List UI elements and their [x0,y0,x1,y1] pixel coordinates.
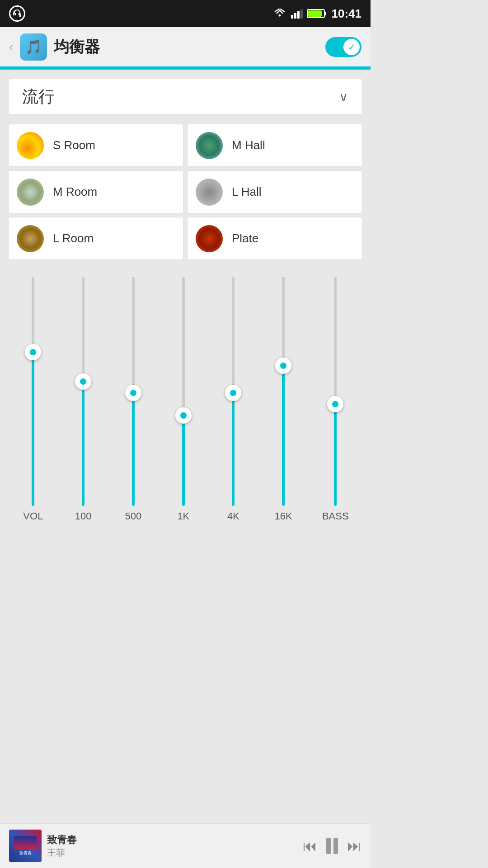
eq-slider-500[interactable]: 500 [122,274,145,522]
eq-thumb-dot-100 [80,378,86,385]
eq-label-vol: VOL [23,510,43,522]
chevron-down-icon: ∨ [339,90,348,104]
eq-label-4k: 4K [227,510,239,522]
eq-label-500: 500 [125,510,142,522]
eq-track-fill-4k [232,393,235,506]
toggle-circle: ✓ [343,39,360,55]
wifi-icon [273,9,286,19]
eq-slider-16k[interactable]: 16K [272,274,295,522]
song-text: 致青春 王菲 [47,833,77,859]
svg-rect-6 [308,10,322,17]
battery-icon [307,9,327,19]
separator-line [0,68,371,70]
page-title: 均衡器 [54,37,100,57]
eq-track-fill-bass [334,404,337,506]
eq-track-container-4k [222,274,244,506]
pause-button[interactable] [326,838,338,854]
eq-label-16k: 16K [275,510,292,522]
eq-slider-bass[interactable]: BASS [322,274,349,522]
svg-rect-5 [324,12,326,15]
svg-rect-1 [294,13,296,19]
eq-slider-vol[interactable]: VOL [22,274,44,522]
header-left: ‹ 🎵 均衡器 [9,33,100,61]
eq-track-container-bass [324,274,347,506]
next-button[interactable]: ⏭ [347,838,361,854]
music-note-icon: 🎵 [25,39,42,55]
room-avatar-m-room [17,179,44,206]
room-grid: S RoomM HallM RoomL HallL RoomPlate [8,124,362,260]
song-info: 致青春 致青春 王菲 [9,830,77,862]
room-item-m-room[interactable]: M Room [8,170,183,213]
player-controls: ⏮ ⏭ [303,838,361,854]
eq-track-container-vol [22,274,44,506]
room-item-l-room[interactable]: L Room [8,217,183,260]
eq-thumb-4k[interactable] [225,385,241,401]
eq-thumb-500[interactable] [125,385,141,401]
room-item-m-hall[interactable]: M Hall [187,124,362,167]
pause-bar-right [333,838,338,854]
eq-label-bass: BASS [322,510,349,522]
room-avatar-l-room [17,225,44,252]
eq-thumb-dot-16k [280,363,286,369]
eq-slider-100[interactable]: 100 [72,274,94,522]
album-art-image: 致青春 [9,830,42,862]
eq-track-container-100 [72,274,94,506]
eq-thumb-dot-bass [332,401,338,407]
song-artist: 王菲 [47,847,77,859]
equalizer-section: VOL1005001K4K16KBASS [8,274,362,554]
pause-bar-left [326,838,331,854]
dropdown-value: 流行 [22,86,55,108]
app-icon: 🎵 [20,33,47,61]
svg-rect-0 [291,15,293,19]
status-bar: 10:41 [0,0,371,27]
eq-thumb-dot-1k [180,412,187,419]
room-label-l-room: L Room [53,231,94,245]
room-label-plate: Plate [232,231,258,245]
room-label-m-room: M Room [53,185,97,199]
preset-dropdown[interactable]: 流行 ∨ [8,79,362,115]
time-display: 10:41 [332,7,362,21]
svg-rect-2 [297,11,300,19]
eq-track-container-500 [122,274,145,506]
room-label-m-hall: M Hall [232,138,265,152]
signal-icon [291,9,303,19]
eq-slider-1k[interactable]: 1K [172,274,195,522]
eq-track-container-16k [272,274,295,506]
eq-track-fill-16k [282,366,285,506]
eq-thumb-100[interactable] [75,373,91,390]
room-avatar-l-hall [196,179,223,206]
room-avatar-plate [196,225,223,252]
prev-button[interactable]: ⏮ [303,838,317,854]
check-icon: ✓ [348,42,356,52]
eq-thumb-16k[interactable] [275,358,291,374]
room-avatar-m-hall [196,132,223,159]
bottom-bar: 致青春 致青春 王菲 ⏮ ⏭ [0,823,371,868]
eq-thumb-bass[interactable] [327,396,343,412]
eq-track-fill-vol [32,352,34,506]
headphone-icon [9,5,25,22]
status-right: 10:41 [273,7,362,21]
room-item-plate[interactable]: Plate [187,217,362,260]
status-left [9,5,25,22]
eq-thumb-vol[interactable] [25,344,41,360]
eq-thumb-dot-4k [230,390,236,396]
eq-track-container-1k [172,274,195,506]
eq-sliders: VOL1005001K4K16KBASS [8,274,362,527]
svg-rect-3 [300,9,303,19]
eq-thumb-1k[interactable] [175,407,192,424]
eq-track-fill-100 [82,382,84,506]
eq-label-100: 100 [75,510,92,522]
room-item-s-room[interactable]: S Room [8,124,183,167]
room-label-l-hall: L Hall [232,185,262,199]
eq-slider-4k[interactable]: 4K [222,274,244,522]
back-button[interactable]: ‹ [9,40,13,54]
album-art: 致青春 [9,830,42,862]
eq-label-1k: 1K [177,510,189,522]
eq-thumb-dot-500 [130,390,136,396]
room-avatar-s-room [17,132,44,159]
eq-track-fill-1k [182,415,185,506]
room-label-s-room: S Room [53,138,95,152]
equalizer-toggle[interactable]: ✓ [325,37,361,57]
room-item-l-hall[interactable]: L Hall [187,170,362,213]
song-title: 致青春 [47,833,77,847]
